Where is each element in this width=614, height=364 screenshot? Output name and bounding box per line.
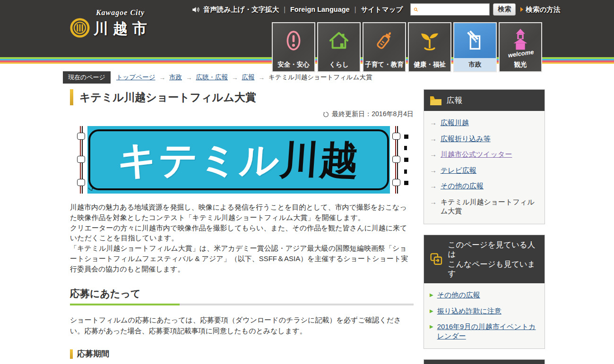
search-help-link[interactable]: 検索の方法 (526, 5, 560, 14)
tab-safety[interactable]: 安全・安心 (272, 22, 315, 72)
sidebar-box-koho-header: 広報 (424, 90, 545, 111)
triangle-bullet-icon: ▶ (430, 292, 433, 298)
sprocket-hole (392, 133, 400, 140)
foreign-language-link[interactable]: Foreign Language (290, 6, 350, 13)
film-strip-right (390, 126, 403, 194)
sidebar-box-related: このページを見ている人は こんなページも見ています ▶ その他の広報 ▶ 振り込… (424, 235, 545, 349)
search-button[interactable]: 検索 (493, 3, 516, 16)
related-link-fraud-warning[interactable]: 振り込め詐欺に注意 (437, 306, 502, 316)
list-item: → キテミル川越ショートフィルム大賞 (429, 194, 540, 219)
paragraph: 「キテミル川越ショートフィルム大賞」は、米アカデミー賞公認・アジア最大級の国際短… (70, 243, 414, 274)
related-link-other-koho[interactable]: その他の広報 (437, 290, 480, 300)
list-item: → 広報折り込み等 (429, 131, 540, 147)
speaker-icon (191, 5, 200, 14)
sidebar-link-koho-kawagoe[interactable]: 広報川越 (441, 118, 469, 127)
sidebar-related-list: ▶ その他の広報 ▶ 振り込め詐欺に注意 ▶ 2016年9月の川越市イベントカレ… (424, 283, 545, 348)
pagoda-icon: welcome (500, 23, 541, 58)
sidebar: 広報 → 広報川越 → 広報折り込み等 → 川越市公式ツイッター → テレビ広報 (424, 89, 545, 364)
main-content: キテミル川越ショートフィルム大賞 最終更新日：2016年8月4日 キテミル川越 (63, 89, 414, 364)
sprocket-hole (77, 133, 85, 140)
sidebar-box-koho: 広報 → 広報川越 → 広報折り込み等 → 川越市公式ツイッター → テレビ広報 (424, 89, 545, 224)
breadcrumb: 現在のページ トップページ → 市政 → 広聴・広報 → 広報 → キテミル川越… (63, 71, 614, 84)
list-item: → その他の広報 (429, 178, 540, 194)
exclamation-icon (273, 23, 314, 58)
breadcrumb-link-shisei[interactable]: 市政 (169, 73, 182, 82)
pages-icon (430, 252, 443, 266)
utility-bar: 音声読み上げ・文字拡大 | Foreign Language | サイトマップ … (191, 3, 560, 16)
sidebar-link-orikomi[interactable]: 広報折り込み等 (441, 134, 491, 144)
divider: | (284, 6, 285, 13)
intro-paragraphs: 川越市内の魅力ある地域資源を発掘し、映像による発信を行うことを目的として、市内で… (70, 202, 414, 274)
banner-title: キテミル川越 (116, 141, 361, 179)
film-strip-left (75, 126, 87, 194)
audio-resize-link[interactable]: 音声読み上げ・文字拡大 (203, 5, 279, 14)
sidebar-koho-list: → 広報川越 → 広報折り込み等 → 川越市公式ツイッター → テレビ広報 → (424, 111, 545, 224)
subsection-heading-text: 応募期間 (77, 348, 109, 359)
tab-childcare-education[interactable]: 子育て・教育 (363, 22, 406, 72)
banner-small-glyph: ウ (86, 186, 95, 192)
page-title: キテミル川越ショートフィルム大賞 (70, 89, 414, 105)
sidebar-current-page: キテミル川越ショートフィルム大賞 (441, 197, 539, 216)
section-heading-application: 応募にあたって (70, 287, 414, 300)
tab-tourism[interactable]: welcome 観光 (499, 22, 542, 72)
sidebar-link-twitter[interactable]: 川越市公式ツイッター (441, 150, 512, 159)
breadcrumb-separator: → (159, 74, 166, 81)
list-item: ▶ 2016年9月の川越市イベントカレンダー (429, 319, 540, 344)
banner-title-black: 川越 (279, 138, 361, 181)
tab-city-government[interactable]: 市政 (453, 22, 497, 72)
sprocket-hole (392, 156, 400, 163)
related-link-event-calendar[interactable]: 2016年9月の川越市イベントカレンダー (437, 322, 539, 340)
arrow-icon: → (430, 181, 437, 191)
subsection-accent-bar (70, 349, 73, 359)
search-input[interactable] (420, 6, 486, 13)
logo-english-text: Kawagoe City (89, 8, 152, 17)
sprocket-hole (392, 179, 400, 186)
search-field[interactable] (410, 3, 490, 16)
sidebar-box-koho-title: 広報 (447, 95, 462, 105)
sidebar-box-related-header: このページを見ている人は こんなページも見ています (424, 235, 545, 284)
film-banner: キテミル川越 ウ (75, 126, 409, 194)
paragraph: 川越市内の魅力ある地域資源を発掘し、映像による発信を行うことを目的として、市内で… (70, 202, 414, 223)
title-accent-bar (70, 89, 73, 105)
sidebar-box-faq-header: ? よくある質問 (424, 360, 545, 364)
site-header: Kawagoe City 川越市 音声読み上げ・文字拡大 | Forei (0, 0, 614, 64)
sidebar-link-tv-koho[interactable]: テレビ広報 (441, 166, 476, 175)
tab-health-welfare[interactable]: 健康・福祉 (408, 22, 451, 72)
baby-bottle-icon (363, 23, 405, 58)
sprocket-hole (77, 156, 85, 163)
content-layout: キテミル川越ショートフィルム大賞 最終更新日：2016年8月4日 キテミル川越 (63, 89, 545, 364)
search-icon (414, 6, 418, 13)
arrow-right-icon (520, 7, 523, 12)
triangle-bullet-icon: ▶ (430, 308, 433, 314)
house-icon (318, 23, 360, 58)
breadcrumb-separator: → (232, 74, 238, 81)
list-item: ▶ 振り込め詐欺に注意 (429, 303, 540, 319)
arrow-icon: → (430, 118, 437, 127)
section-body: ショートフィルムの応募にあたっては、応募要項（ダウンロードのチラシに記載）を必ず… (70, 315, 414, 336)
sprocket-hole (77, 179, 85, 186)
breadcrumb-link-top[interactable]: トップページ (116, 73, 156, 82)
sitemap-link[interactable]: サイトマップ (361, 5, 403, 14)
breadcrumb-link-koho[interactable]: 広報 (242, 73, 255, 82)
related-title-line2: こんなページも見ています (448, 260, 536, 278)
last-updated-text: 最終更新日：2016年8月4日 (332, 110, 414, 119)
triangle-bullet-icon: ▶ (430, 323, 433, 330)
last-updated: 最終更新日：2016年8月4日 (70, 110, 414, 119)
section-underline (70, 304, 414, 305)
breadcrumb-link-kocho-koho[interactable]: 広聴・広報 (196, 73, 228, 82)
banner-title-white: キテミル (116, 138, 282, 181)
subsection-heading-period: 応募期間 (70, 348, 414, 359)
sidebar-link-other-koho[interactable]: その他の広報 (441, 181, 484, 191)
arrow-icon: → (430, 150, 437, 159)
search-help: 検索の方法 (520, 5, 560, 14)
arrow-icon: → (430, 134, 437, 144)
search-box: 検索 検索の方法 (410, 3, 560, 16)
site-logo[interactable]: Kawagoe City 川越市 (70, 8, 152, 40)
sidebar-box-faq[interactable]: ? よくある質問 (424, 359, 545, 364)
sidebar-box-related-title: このページを見ている人は こんなページも見ています (448, 240, 539, 279)
tab-living[interactable]: くらし (317, 22, 361, 72)
arrow-icon: → (430, 166, 437, 175)
document-pencil-icon (454, 23, 496, 58)
list-item: → 川越市公式ツイッター (429, 146, 540, 162)
sprout-icon (409, 23, 450, 58)
